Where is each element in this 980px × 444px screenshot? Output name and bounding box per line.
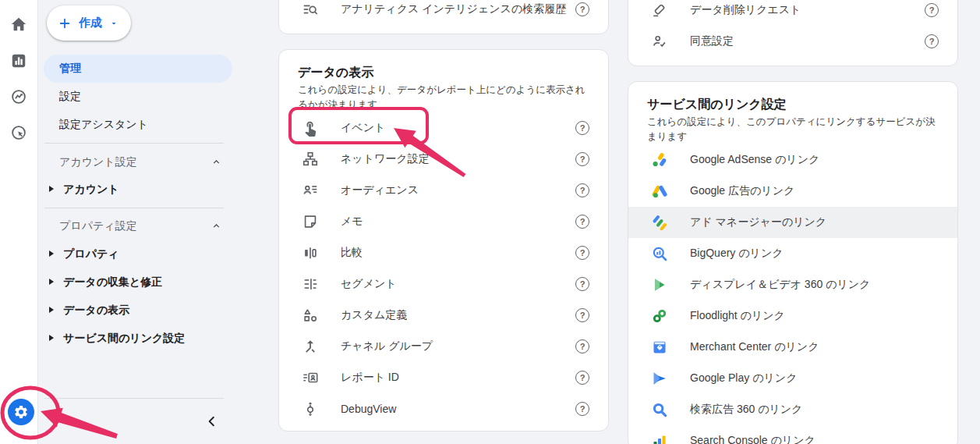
settings-row-consent[interactable]: 同意設定 ? <box>628 26 957 57</box>
create-button[interactable]: 作成 <box>47 5 131 41</box>
app-rail <box>0 0 38 444</box>
card-description: これらの設定により、このプロパティにリンクするサービスが決まります <box>647 115 939 144</box>
help-icon[interactable]: ? <box>575 2 589 16</box>
expand-triangle-icon[interactable] <box>49 307 54 313</box>
sidebar-item-account[interactable]: アカウント <box>49 182 119 196</box>
caret-down-icon <box>109 19 119 28</box>
expand-triangle-icon[interactable] <box>49 250 54 257</box>
sidebar-section-property-settings[interactable]: プロパティ設定 <box>59 218 221 233</box>
comparison-icon <box>301 243 320 262</box>
help-icon[interactable]: ? <box>575 339 589 353</box>
consent-icon <box>650 32 669 51</box>
help-icon[interactable]: ? <box>575 121 589 135</box>
sidebar-item-settings[interactable]: 設定 <box>59 89 81 103</box>
link-row-label: アド マネージャーのリンク <box>690 215 939 229</box>
settings-row-network-settings[interactable]: ネットワーク設定 ? <box>279 144 608 175</box>
search-console-icon <box>650 432 669 444</box>
link-row-label: BigQuery のリンク <box>690 247 939 261</box>
help-icon[interactable]: ? <box>575 371 589 385</box>
help-icon[interactable]: ? <box>575 308 589 322</box>
debugview-icon <box>301 400 320 418</box>
help-icon[interactable]: ? <box>575 215 589 229</box>
help-icon[interactable]: ? <box>575 152 589 166</box>
sidebar-item-admin[interactable]: 管理 <box>44 55 232 83</box>
expand-triangle-icon[interactable] <box>49 335 54 341</box>
settings-row-events[interactable]: イベント ? <box>279 112 608 144</box>
settings-row-report-id[interactable]: レポート ID ? <box>279 362 608 393</box>
settings-row-label: セグメント <box>341 277 575 291</box>
settings-row-label: カスタム定義 <box>341 308 575 322</box>
expand-triangle-icon[interactable] <box>49 186 54 192</box>
search-history-icon <box>301 0 320 19</box>
touch-icon <box>301 119 320 137</box>
help-icon[interactable]: ? <box>925 34 939 48</box>
link-row-label: Search Console のリンク <box>690 434 939 444</box>
help-icon[interactable]: ? <box>925 3 939 17</box>
link-row-label: Google Play のリンク <box>690 371 939 385</box>
link-row-search-ads-360[interactable]: 検索広告 360 のリンク <box>628 394 957 425</box>
settings-row-comparison[interactable]: 比較 ? <box>279 237 608 268</box>
channel-group-icon <box>301 337 320 356</box>
sidebar-item-label: 管理 <box>59 62 81 76</box>
link-row-floodlight[interactable]: Floodlight のリンク <box>628 300 957 332</box>
expand-triangle-icon[interactable] <box>49 279 54 285</box>
sidebar-section-account-settings[interactable]: アカウント設定 <box>59 155 221 169</box>
search-ads-360-icon <box>650 400 669 419</box>
child-label: データの収集と修正 <box>63 275 162 289</box>
settings-row-label: データ削除リクエスト <box>690 3 925 17</box>
chevron-up-icon[interactable] <box>211 157 221 167</box>
child-label: データの表示 <box>63 303 129 317</box>
settings-row-memo[interactable]: メモ ? <box>279 206 608 237</box>
sidebar-item-product-links[interactable]: サービス間のリンク設定 <box>49 331 185 345</box>
card-description: これらの設定により、データがレポート上にどのように表示されるかが決まります <box>298 83 589 112</box>
settings-row-audiences[interactable]: オーディエンス ? <box>279 175 608 206</box>
sidebar-item-setup-assistant[interactable]: 設定アシスタント <box>59 117 148 131</box>
link-row-label: Floodlight のリンク <box>690 309 939 323</box>
link-row-dv360[interactable]: ディスプレイ＆ビデオ 360 のリンク <box>628 269 957 300</box>
section-label: アカウント設定 <box>59 155 137 169</box>
link-row-google-ads[interactable]: Google 広告のリンク <box>628 176 957 207</box>
link-row-adsense[interactable]: Google AdSense のリンク <box>628 144 957 176</box>
bigquery-icon <box>650 244 669 263</box>
settings-row-label: DebugView <box>341 403 575 415</box>
settings-row-search-history[interactable]: アナリティクス インテリジェンスの検索履歴 ? <box>279 0 608 25</box>
sidebar-item-property[interactable]: プロパティ <box>49 247 119 261</box>
ad-manager-icon <box>650 213 669 232</box>
home-icon[interactable] <box>10 16 27 34</box>
link-row-label: ディスプレイ＆ビデオ 360 のリンク <box>690 278 939 292</box>
collapse-sidebar-button[interactable] <box>205 414 219 428</box>
help-icon[interactable]: ? <box>575 183 589 197</box>
link-row-search-console[interactable]: Search Console のリンク <box>628 425 957 444</box>
child-label: プロパティ <box>63 247 119 261</box>
google-ads-icon <box>650 182 669 201</box>
help-icon[interactable]: ? <box>575 246 589 260</box>
help-icon[interactable]: ? <box>575 277 589 291</box>
link-row-bigquery[interactable]: BigQuery のリンク <box>628 238 957 269</box>
settings-row-segment[interactable]: セグメント ? <box>279 268 608 300</box>
sidebar-item-data-display[interactable]: データの表示 <box>49 303 129 317</box>
link-row-google-play[interactable]: Google Play のリンク <box>628 363 957 394</box>
settings-row-debugview[interactable]: DebugView ? <box>279 393 608 424</box>
link-row-ad-manager[interactable]: アド マネージャーのリンク <box>628 207 957 238</box>
settings-row-custom-definitions[interactable]: カスタム定義 ? <box>279 300 608 331</box>
reports-icon[interactable] <box>10 52 27 69</box>
chevron-up-icon[interactable] <box>211 221 221 231</box>
settings-row-label: ネットワーク設定 <box>341 152 575 166</box>
search-history-card: アナリティクス インテリジェンスの検索履歴 ? <box>278 0 609 34</box>
advertising-icon[interactable] <box>10 124 27 141</box>
admin-gear-icon[interactable] <box>8 399 34 425</box>
data-display-card: データの表示 これらの設定により、データがレポート上にどのように表示されるかが決… <box>278 49 609 432</box>
data-deletion-icon <box>650 1 669 20</box>
settings-row-channel-group[interactable]: チャネル グループ ? <box>279 331 608 362</box>
create-button-label: 作成 <box>79 16 102 30</box>
link-row-label: Merchant Center のリンク <box>690 340 939 354</box>
explore-icon[interactable] <box>10 88 27 105</box>
link-row-merchant-center[interactable]: Merchant Center のリンク <box>628 332 957 363</box>
help-icon[interactable]: ? <box>575 402 589 416</box>
sidebar-divider <box>44 143 224 144</box>
settings-row-data-deletion[interactable]: データ削除リクエスト ? <box>628 0 957 26</box>
network-settings-icon <box>301 150 320 169</box>
floodlight-icon <box>650 307 669 325</box>
sidebar-item-data-collection[interactable]: データの収集と修正 <box>49 275 162 289</box>
child-label: アカウント <box>63 182 119 196</box>
